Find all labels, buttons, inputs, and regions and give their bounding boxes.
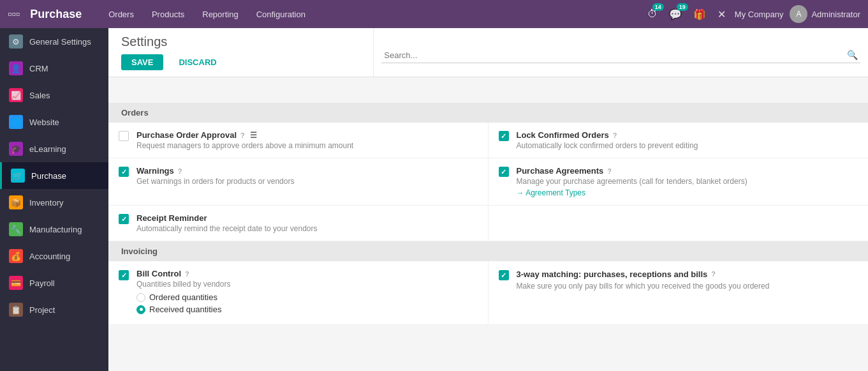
warnings-help-icon[interactable]: ?	[178, 167, 182, 175]
sidebar-label-project: Project	[29, 305, 55, 315]
radio-received-label: Received quantities	[149, 305, 221, 314]
sidebar-label-purchase: Purchase	[31, 171, 66, 181]
messages-badge: 19	[677, 3, 688, 11]
sidebar-label-inventory: Inventory	[29, 198, 63, 208]
sidebar-item-crm[interactable]: 👤 CRM	[0, 55, 108, 82]
purchase-icon: 🛒	[11, 169, 25, 183]
setting-purchase-agreements: Purchase Agreements ? Manage your purcha…	[489, 158, 869, 205]
close-icon[interactable]: ✕	[715, 6, 728, 23]
crm-icon: 👤	[9, 61, 23, 75]
bill-control-radio-group: Ordered quantities Received quantities	[136, 292, 478, 314]
navbar-menu: Orders Products Reporting Configuration	[102, 7, 312, 22]
setting-3way-matching: 3-way matching: purchases, receptions an…	[489, 261, 869, 324]
bill-control-desc: Quantities billed by vendors	[136, 280, 478, 289]
user-menu[interactable]: A Administrator	[790, 5, 860, 23]
activity-icon[interactable]: ⏱ 14	[645, 6, 660, 22]
sidebar-label-sales: Sales	[29, 91, 50, 100]
po-approval-table-icon[interactable]: ☰	[250, 131, 257, 140]
agreement-types-link[interactable]: → Agreement Types	[517, 188, 858, 197]
sidebar-label-website: Website	[29, 117, 59, 127]
messages-icon[interactable]: 💬 19	[666, 6, 684, 23]
sidebar: ⚙ General Settings 👤 CRM 📈 Sales 🌐 Websi…	[0, 28, 108, 371]
company-name[interactable]: My Company	[735, 10, 784, 19]
nav-reporting[interactable]: Reporting	[196, 7, 244, 22]
user-name: Administrator	[811, 10, 860, 19]
warnings-checkbox[interactable]	[119, 167, 129, 177]
setting-receipt-reminder: Receipt Reminder Automatically remind th…	[108, 206, 489, 241]
setting-warnings: Warnings ? Get warnings in orders for pr…	[108, 158, 489, 205]
main-content: Orders Purchase Order Approval ? ☰	[108, 77, 868, 371]
3way-matching-title: 3-way matching: purchases, receptions an…	[517, 269, 708, 280]
po-approval-desc: Request managers to approve orders above…	[136, 141, 478, 150]
nav-products[interactable]: Products	[145, 7, 191, 22]
3way-matching-help-icon[interactable]: ?	[711, 269, 716, 279]
search-icon[interactable]: 🔍	[847, 50, 858, 60]
sidebar-label-general: General Settings	[29, 37, 91, 47]
sidebar-item-payroll[interactable]: 💳 Payroll	[0, 269, 108, 296]
avatar: A	[790, 5, 807, 23]
manufacturing-icon: 🔧	[9, 222, 23, 236]
sidebar-label-manufacturing: Manufacturing	[29, 225, 82, 234]
activity-badge: 14	[652, 3, 664, 11]
payroll-icon: 💳	[9, 276, 23, 290]
bill-control-help-icon[interactable]: ?	[185, 270, 189, 278]
invoicing-settings-body: Bill Control ? Quantities billed by vend…	[108, 261, 868, 325]
radio-ordered-quantities[interactable]: Ordered quantities	[136, 292, 478, 302]
sidebar-item-elearning[interactable]: 🎓 eLearning	[0, 135, 108, 162]
nav-orders[interactable]: Orders	[102, 7, 140, 22]
purchase-agreements-checkbox[interactable]	[499, 167, 509, 177]
bill-control-title: Bill Control	[136, 269, 181, 278]
sidebar-item-accounting[interactable]: 💰 Accounting	[0, 243, 108, 269]
inventory-icon: 📦	[9, 195, 23, 209]
orders-row3-empty	[489, 206, 869, 241]
radio-ordered-label: Ordered quantities	[149, 292, 217, 302]
settings-icon: ⚙	[9, 34, 23, 49]
sidebar-item-website[interactable]: 🌐 Website	[0, 109, 108, 135]
bill-control-checkbox[interactable]	[119, 270, 129, 280]
radio-received-quantities[interactable]: Received quantities	[136, 305, 478, 314]
invoicing-section-header: Invoicing	[108, 241, 868, 261]
orders-section-header: Orders	[108, 103, 868, 123]
sidebar-item-purchase[interactable]: 🛒 Purchase	[0, 162, 108, 189]
nav-configuration[interactable]: Configuration	[250, 7, 312, 22]
lock-orders-title: Lock Confirmed Orders	[517, 130, 609, 140]
po-approval-help-icon[interactable]: ?	[240, 132, 245, 139]
receipt-reminder-checkbox[interactable]	[119, 214, 129, 224]
gift-icon[interactable]: 🎁	[691, 6, 709, 23]
setting-lock-orders: Lock Confirmed Orders ? Automatically lo…	[489, 123, 869, 158]
sidebar-item-project[interactable]: 📋 Project	[0, 296, 108, 323]
setting-bill-control: Bill Control ? Quantities billed by vend…	[108, 261, 489, 324]
sidebar-label-crm: CRM	[29, 64, 48, 73]
receipt-reminder-desc: Automatically remind the receipt date to…	[136, 224, 478, 233]
layout: ⚙ General Settings 👤 CRM 📈 Sales 🌐 Websi…	[0, 28, 868, 371]
purchase-agreements-help-icon[interactable]: ?	[607, 167, 612, 175]
receipt-reminder-title: Receipt Reminder	[136, 213, 207, 223]
settings-title: Settings	[121, 34, 360, 49]
save-button[interactable]: SAVE	[121, 54, 163, 70]
sidebar-item-inventory[interactable]: 📦 Inventory	[0, 189, 108, 216]
sidebar-label-elearning: eLearning	[29, 144, 66, 154]
discard-button[interactable]: DISCARD	[168, 54, 226, 70]
elearning-icon: 🎓	[9, 142, 23, 156]
sidebar-item-general-settings[interactable]: ⚙ General Settings	[0, 28, 108, 55]
orders-settings-body: Purchase Order Approval ? ☰ Request mana…	[108, 123, 868, 241]
lock-orders-help-icon[interactable]: ?	[613, 132, 617, 139]
3way-matching-checkbox[interactable]	[499, 270, 509, 280]
setting-po-approval: Purchase Order Approval ? ☰ Request mana…	[108, 123, 489, 158]
lock-orders-checkbox[interactable]	[499, 131, 509, 141]
lock-orders-desc: Automatically lock confirmed orders to p…	[517, 141, 858, 150]
search-input[interactable]	[384, 50, 847, 60]
po-approval-checkbox[interactable]	[119, 131, 129, 141]
sidebar-item-sales[interactable]: 📈 Sales	[0, 82, 108, 109]
sidebar-label-payroll: Payroll	[29, 278, 55, 288]
sales-icon: 📈	[9, 88, 23, 102]
sidebar-label-accounting: Accounting	[29, 252, 70, 261]
warnings-desc: Get warnings in orders for products or v…	[136, 177, 478, 186]
settings-actions: SAVE DISCARD	[121, 54, 360, 70]
navbar: ▫▫▫ Purchase Orders Products Reporting C…	[0, 0, 868, 28]
warnings-title: Warnings	[136, 166, 174, 176]
po-approval-title: Purchase Order Approval	[136, 130, 237, 140]
project-icon: 📋	[9, 303, 23, 317]
sidebar-item-manufacturing[interactable]: 🔧 Manufacturing	[0, 216, 108, 243]
grid-icon[interactable]: ▫▫▫	[8, 8, 20, 21]
